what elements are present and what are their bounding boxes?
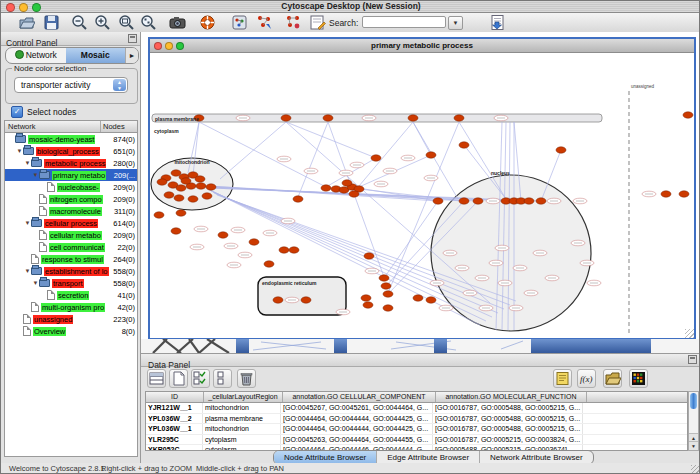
col-cellular-component[interactable]: annotation.GO CELLULAR_COMPONENT	[283, 392, 436, 402]
network-node[interactable]	[249, 239, 259, 245]
network-node[interactable]	[264, 261, 274, 267]
network-node[interactable]	[206, 184, 216, 190]
import-table-icon[interactable]	[489, 14, 506, 31]
select-attributes-icon[interactable]	[191, 369, 210, 388]
tree-row[interactable]: nucleobase-209(0)	[5, 181, 137, 193]
network-node[interactable]	[473, 198, 483, 204]
unselect-attributes-icon[interactable]	[213, 369, 232, 388]
save-session-icon[interactable]	[43, 14, 60, 31]
data-panel-float-icon[interactable]	[688, 355, 697, 364]
network-node[interactable]	[171, 228, 181, 234]
attribute-table-icon[interactable]	[147, 369, 166, 388]
attribute-matrix-icon[interactable]	[629, 369, 648, 388]
select-nodes-checkbox[interactable]: ✓	[11, 106, 23, 118]
network-node[interactable]	[379, 275, 389, 281]
network-node[interactable]	[383, 291, 393, 297]
zoom-in-icon[interactable]	[94, 14, 111, 31]
network-node[interactable]	[371, 155, 381, 161]
open-file-icon[interactable]	[18, 14, 35, 31]
new-attribute-icon[interactable]	[169, 369, 188, 388]
network-edge[interactable]	[220, 122, 286, 179]
network-node[interactable]	[218, 232, 228, 238]
annotation-icon[interactable]	[309, 14, 326, 31]
network-node[interactable]	[383, 305, 393, 311]
table-row[interactable]: YLR295Ccytoplasm[GO:0045263, GO:0044464,…	[146, 435, 687, 446]
tree-row[interactable]: secretion41(0)	[5, 289, 137, 301]
zoom-fit-icon[interactable]	[118, 14, 135, 31]
network-node[interactable]	[364, 253, 374, 259]
table-row[interactable]: YPL036W__2plasma membrane[GO:0044464, GO…	[146, 414, 687, 425]
network-node[interactable]	[679, 191, 689, 197]
network-node[interactable]	[164, 192, 174, 198]
network-node[interactable]	[381, 283, 391, 289]
search-dropdown-button[interactable]: ▼	[448, 16, 463, 30]
tree-row[interactable]: cell communicat22(0)	[5, 241, 137, 253]
tree-row[interactable]: ▼biological_process651(0)	[5, 145, 137, 157]
layout-red-icon[interactable]	[285, 14, 302, 31]
tab-network[interactable]: Network	[6, 48, 66, 63]
expander-icon[interactable]: ▼	[24, 268, 31, 274]
network-node[interactable]	[202, 193, 212, 199]
network-node[interactable]	[661, 191, 671, 197]
col-molecular-function[interactable]: annotation.GO MOLECULAR_FUNCTION	[436, 392, 587, 402]
network-node[interactable]	[188, 196, 198, 202]
tree-row[interactable]: cellular metabo209(0)	[5, 229, 137, 241]
network-node[interactable]	[342, 180, 352, 186]
network-node[interactable]	[196, 183, 206, 189]
network-node[interactable]	[459, 198, 469, 204]
network-node[interactable]	[683, 112, 693, 118]
network-canvas[interactable]: plasma membrane cytoplasm mitochondrion …	[150, 53, 694, 338]
expander-icon[interactable]: ▼	[32, 280, 39, 286]
network-node[interactable]	[301, 297, 311, 303]
control-panel-float-icon[interactable]	[128, 34, 137, 43]
network-edge[interactable]	[359, 122, 413, 186]
network-node[interactable]	[413, 295, 423, 301]
frame-resize-grip[interactable]	[685, 329, 694, 338]
tabs-overflow-arrow[interactable]: ►	[125, 48, 138, 63]
network-node[interactable]	[176, 210, 186, 216]
tree-row[interactable]: ▼transport558(0)	[5, 277, 137, 289]
network-node[interactable]	[154, 212, 164, 218]
tree-row[interactable]: ▼cellular process614(0)	[5, 217, 137, 229]
zoom-selected-icon[interactable]	[140, 14, 157, 31]
network-node[interactable]	[459, 142, 469, 148]
import-attributes-icon[interactable]	[603, 369, 622, 388]
tree-row[interactable]: Overview8(0)	[5, 325, 137, 337]
network-node[interactable]	[321, 185, 331, 191]
network-node[interactable]	[363, 302, 373, 308]
search-input[interactable]	[362, 16, 446, 28]
network-node[interactable]	[361, 295, 371, 301]
network-edge[interactable]	[328, 122, 384, 277]
tree-row[interactable]: mosaic-demo-yeast874(0)	[5, 133, 137, 145]
network-node[interactable]	[293, 196, 303, 202]
network-node[interactable]	[174, 195, 184, 201]
expander-icon[interactable]: ▼	[32, 172, 39, 178]
table-row[interactable]: YJR121W__1mitochondrion[GO:0045267, GO:0…	[146, 403, 687, 414]
tree-row[interactable]: response to stimul264(0)	[5, 253, 137, 265]
delete-attribute-icon[interactable]	[237, 369, 256, 388]
tree-row[interactable]: nitrogen compo209(0)	[5, 193, 137, 205]
network-frame-titlebar[interactable]: primary metabolic process	[150, 39, 694, 53]
tree-row[interactable]: ▼establishment of lo558(0)	[5, 265, 137, 277]
network-node[interactable]	[181, 178, 191, 184]
tree-row[interactable]: ▼primary metabo209(...	[5, 169, 137, 181]
tree-row[interactable]: multi-organism pro42(0)	[5, 301, 137, 313]
network-node[interactable]	[195, 176, 205, 182]
col-id[interactable]: ID	[146, 392, 204, 402]
layout-blue-icon[interactable]	[256, 14, 273, 31]
snapshot-icon[interactable]	[169, 14, 186, 31]
help-icon[interactable]	[199, 14, 216, 31]
expander-icon[interactable]: ▼	[16, 148, 23, 154]
network-edge[interactable]	[286, 122, 376, 158]
network-node[interactable]	[349, 191, 359, 197]
table-row[interactable]: YPL036W__1mitochondrion[GO:0044464, GO:0…	[146, 424, 687, 435]
network-node[interactable]	[556, 147, 566, 153]
annotation-notes-icon[interactable]	[553, 369, 572, 388]
network-node[interactable]	[176, 185, 186, 191]
network-node[interactable]	[426, 297, 436, 303]
network-node[interactable]	[426, 152, 436, 158]
network-node[interactable]	[273, 297, 283, 303]
network-node[interactable]	[323, 115, 333, 121]
network-node[interactable]	[289, 247, 299, 253]
network-node[interactable]	[454, 115, 464, 121]
